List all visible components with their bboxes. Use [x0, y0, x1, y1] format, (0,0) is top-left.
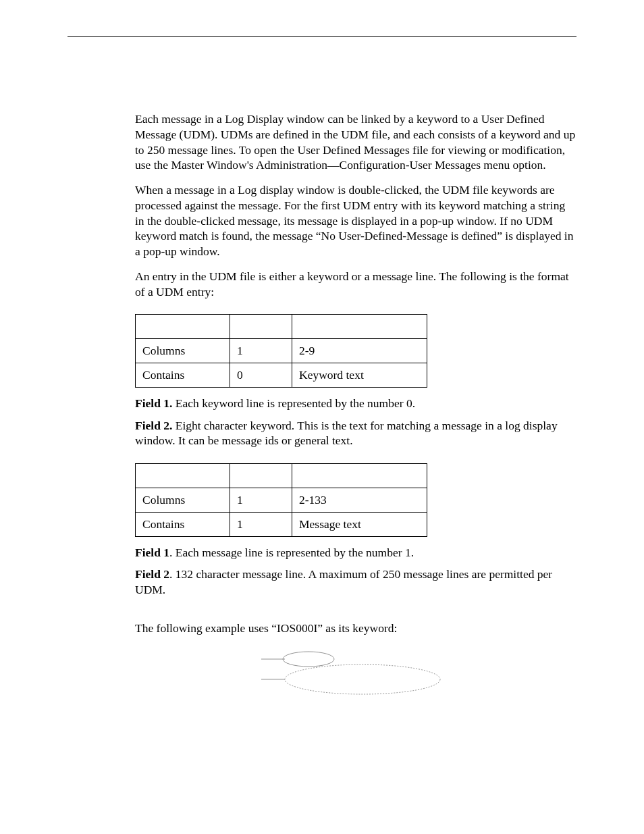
table-row: Contains 0 Keyword text: [136, 363, 427, 388]
table-header-cell: [230, 315, 292, 339]
table-row: Columns 1 2-9: [136, 339, 427, 363]
field1-note-message: Field 1. Each message line is represente…: [135, 545, 576, 561]
svg-point-1: [283, 652, 334, 667]
field2-note-keyword: Field 2. Eight character keyword. This i…: [135, 418, 576, 449]
table-cell: Columns: [136, 488, 230, 513]
table-header-row: [136, 315, 427, 339]
field2-text: Eight character keyword. This is the tex…: [135, 419, 558, 448]
table-cell: 1: [230, 512, 292, 536]
field1-label: Field 1: [135, 546, 169, 559]
svg-point-3: [285, 664, 440, 694]
example-lead: The following example uses “IOS000I” as …: [135, 621, 576, 636]
syntax-diagram: [248, 646, 464, 706]
content-area: Each message in a Log Display window can…: [135, 111, 576, 706]
page: Each message in a Log Display window can…: [0, 0, 644, 834]
table-cell: Message text: [292, 512, 427, 536]
table-header-cell: [136, 315, 230, 339]
keyword-format-table: Columns 1 2-9 Contains 0 Keyword text: [135, 314, 427, 388]
field1-text: Each keyword line is represented by the …: [172, 396, 415, 410]
field2-note-message: Field 2. 132 character message line. A m…: [135, 567, 576, 598]
table-row: Columns 1 2-133: [136, 488, 427, 513]
paragraph-3: An entry in the UDM file is either a key…: [135, 269, 576, 300]
table-cell: Contains: [136, 363, 230, 388]
top-rule: [68, 36, 576, 37]
field2-label: Field 2.: [135, 419, 172, 432]
paragraph-2: When a message in a Log display window i…: [135, 182, 576, 259]
table-header-cell: [230, 464, 292, 488]
table-cell: 2-133: [292, 488, 427, 513]
field1-text: . Each message line is represented by th…: [169, 546, 414, 559]
field2-text: . 132 character message line. A maximum …: [135, 567, 552, 596]
table-cell: 0: [230, 363, 292, 388]
field1-note-keyword: Field 1. Each keyword line is represente…: [135, 396, 576, 411]
table-header-cell: [292, 315, 427, 339]
table-header-cell: [292, 464, 427, 488]
table-header-cell: [136, 464, 230, 488]
field1-label: Field 1.: [135, 396, 172, 410]
table-cell: Contains: [136, 512, 230, 536]
paragraph-1: Each message in a Log Display window can…: [135, 111, 576, 173]
table-row: Contains 1 Message text: [136, 512, 427, 536]
table-cell: Keyword text: [292, 363, 427, 388]
table-header-row: [136, 464, 427, 488]
message-format-table: Columns 1 2-133 Contains 1 Message text: [135, 463, 427, 537]
table-cell: 2-9: [292, 339, 427, 363]
table-cell: Columns: [136, 339, 230, 363]
table-cell: 1: [230, 339, 292, 363]
table-cell: 1: [230, 488, 292, 513]
field2-label: Field 2: [135, 567, 169, 581]
